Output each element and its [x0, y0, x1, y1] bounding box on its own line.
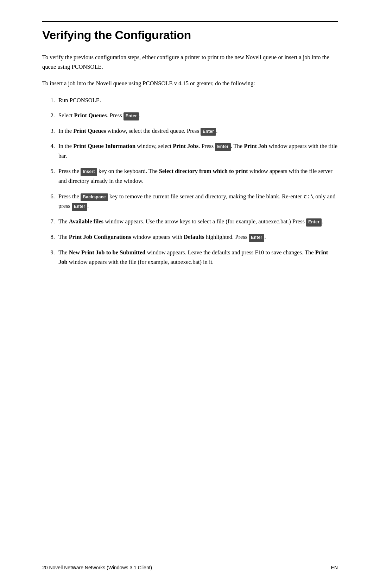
enter-key-8: Enter: [249, 234, 264, 242]
backspace-key-6: Backspace: [81, 193, 108, 202]
step-9: The New Print Job to be Submitted window…: [56, 248, 338, 267]
intro-paragraph-1: To verify the previous configuration ste…: [42, 52, 338, 72]
steps-list: Run PCONSOLE. Select Print Queues. Press…: [53, 95, 338, 267]
step-5-bold-1: Select directory from which to print: [159, 168, 248, 174]
step-5-text: Press the Insert key on the keyboard. Th…: [58, 168, 332, 184]
step-3-bold-1: Print Queues: [73, 128, 106, 134]
footer-left: 20 Novell NetWare Networks (Windows 3.1 …: [42, 565, 152, 570]
step-2: Select Print Queues. Press Enter.: [56, 111, 338, 120]
step-8: The Print Job Configurations window appe…: [56, 232, 338, 242]
step-3: In the Print Queues window, select the d…: [56, 126, 338, 136]
step-7-bold-1: Available files: [69, 218, 103, 225]
step-6: Press the Backspace key to remove the cu…: [56, 192, 338, 211]
step-4-bold-1: Print Queue Information: [73, 143, 135, 149]
page-footer: 20 Novell NetWare Networks (Windows 3.1 …: [42, 561, 338, 570]
step-3-text: In the Print Queues window, select the d…: [58, 128, 217, 134]
enter-key-6: Enter: [72, 203, 87, 211]
enter-key-4: Enter: [215, 143, 230, 151]
step-7-text: The Available files window appears. Use …: [58, 218, 323, 225]
step-6-code: c:\: [303, 193, 314, 200]
step-6-text: Press the Backspace key to remove the cu…: [58, 193, 336, 210]
page-container: Verifying the Configuration To verify th…: [0, 0, 380, 588]
footer-right: EN: [331, 565, 338, 570]
step-8-bold-2: Defaults: [184, 234, 204, 240]
enter-key-3: Enter: [201, 128, 216, 136]
step-7: The Available files window appears. Use …: [56, 217, 338, 227]
step-1: Run PCONSOLE.: [56, 95, 338, 105]
enter-key-7: Enter: [306, 218, 322, 227]
steps-intro: To insert a job into the Novell queue us…: [42, 79, 338, 88]
step-5: Press the Insert key on the keyboard. Th…: [56, 166, 338, 186]
enter-key-2: Enter: [124, 112, 139, 120]
step-4-bold-2: Print Jobs: [173, 143, 198, 149]
step-4-text: In the Print Queue Information window, s…: [58, 143, 337, 159]
step-8-bold-1: Print Job Configurations: [69, 234, 131, 240]
step-1-text: Run PCONSOLE.: [58, 97, 101, 104]
insert-key-5: Insert: [81, 168, 97, 176]
step-4: In the Print Queue Information window, s…: [56, 141, 338, 161]
step-4-bold-3: Print Job: [244, 143, 267, 149]
page-title: Verifying the Configuration: [42, 28, 338, 42]
step-8-text: The Print Job Configurations window appe…: [58, 234, 266, 240]
step-9-bold-1: New Print Job to be Submitted: [69, 249, 146, 256]
step-2-text: Select Print Queues. Press Enter.: [58, 112, 140, 119]
top-border: [42, 21, 338, 22]
step-9-text: The New Print Job to be Submitted window…: [58, 249, 328, 265]
step-2-bold-1: Print Queues: [74, 112, 107, 119]
